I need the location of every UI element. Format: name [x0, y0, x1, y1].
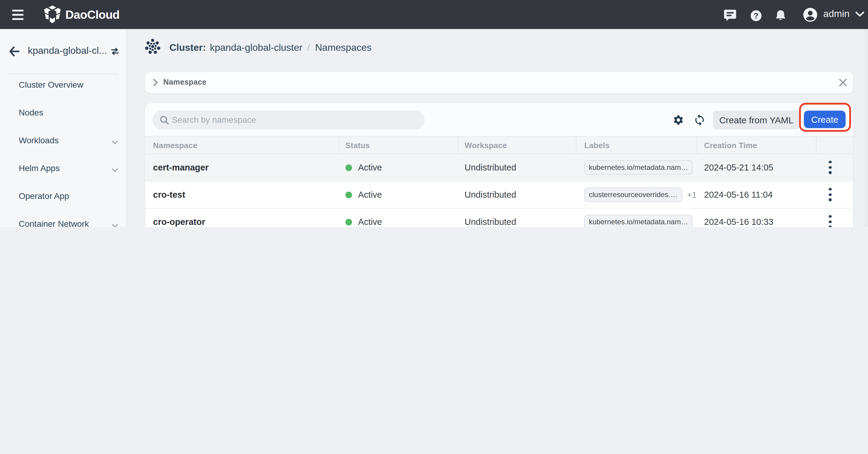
svg-text:?: ? [754, 11, 758, 20]
